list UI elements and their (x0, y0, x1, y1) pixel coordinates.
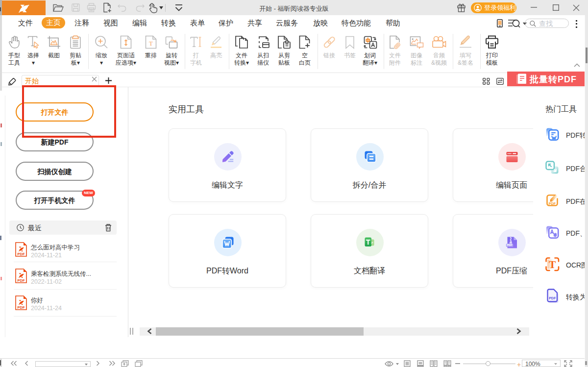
svg-text:PDF: PDF (18, 252, 25, 256)
svg-text:PDF: PDF (18, 278, 25, 283)
svg-text:T: T (149, 40, 153, 47)
svg-text:PDF: PDF (549, 201, 556, 206)
svg-text:PDF: PDF (507, 244, 513, 246)
svg-text:PDF: PDF (549, 296, 556, 300)
svg-text:T: T (549, 259, 556, 270)
svg-text:PDF: PDF (18, 305, 25, 310)
